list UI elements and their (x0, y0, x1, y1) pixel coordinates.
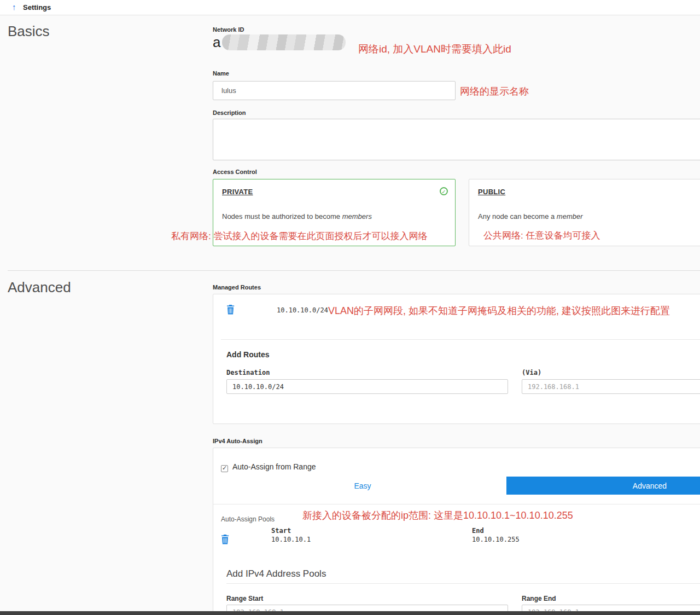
network-id-label: Network ID (213, 26, 244, 33)
basics-section-title: Basics (8, 23, 50, 40)
description-label: Description (213, 109, 246, 116)
bottom-bar (0, 611, 700, 615)
range-start-label: Range Start (226, 595, 263, 602)
managed-routes-annotation: VLAN的子网网段, 如果不知道子网掩码及相关的功能, 建议按照此图来进行配置 (328, 304, 670, 317)
up-arrow-icon[interactable]: ↑ (12, 2, 16, 11)
tabs-divider (213, 504, 700, 504)
ipv4-auto-assign-label: IPv4 Auto-Assign (213, 438, 262, 444)
auto-assign-checkbox-label: Auto-Assign from Range (232, 462, 316, 471)
via-input[interactable] (522, 379, 700, 394)
pool-start-label: Start (271, 527, 291, 535)
destination-input[interactable] (226, 379, 508, 394)
delete-route-trash-icon[interactable] (226, 305, 235, 315)
managed-routes-label: Managed Routes (213, 284, 261, 291)
range-end-label: Range End (522, 595, 556, 602)
page-title: Settings (23, 3, 51, 11)
name-input[interactable] (213, 81, 456, 100)
pool-end-value: 10.10.10.255 (472, 536, 520, 543)
access-control-label: Access Control (213, 169, 257, 175)
network-id-value: a (213, 34, 346, 51)
name-label: Name (213, 70, 229, 77)
delete-pool-trash-icon[interactable] (221, 535, 229, 544)
tab-easy[interactable]: Easy (219, 477, 506, 495)
add-routes-heading: Add Routes (226, 350, 270, 359)
section-divider (8, 270, 700, 271)
network-id-prefix: a (213, 34, 220, 50)
description-textarea[interactable] (213, 119, 700, 160)
via-label: (Via) (522, 369, 541, 376)
settings-header: ↑ Settings (0, 0, 700, 15)
add-ipv4-pools-heading: Add IPv4 Address Pools (226, 568, 326, 579)
public-card-title: PUBLIC (478, 188, 505, 196)
advanced-section-title: Advanced (8, 279, 71, 296)
private-card-annotation: 私有网络: 尝试接入的设备需要在此页面授权后才可以接入网络 (171, 230, 427, 242)
routes-divider (221, 339, 700, 340)
public-card-description: Any node can become a member (478, 212, 583, 221)
network-id-annotation: 网络id, 加入VLAN时需要填入此id (358, 42, 511, 56)
destination-label: Destination (226, 369, 270, 376)
pool-end-label: End (472, 527, 484, 535)
private-card-title: PRIVATE (222, 188, 253, 196)
pool-start-value: 10.10.10.1 (271, 536, 311, 543)
auto-assign-checkbox[interactable] (221, 465, 228, 472)
auto-assign-pools-annotation: 新接入的设备被分配的ip范围: 这里是10.10.10.1~10.10.10.2… (302, 509, 573, 522)
ipv4-auto-assign-panel: Auto-Assign from Range Easy Advanced Aut… (213, 448, 700, 615)
auto-assign-pools-label: Auto-Assign Pools (221, 515, 275, 523)
name-annotation: 网络的显示名称 (460, 85, 529, 98)
route-destination-value: 10.10.10.0/24 (277, 306, 328, 314)
tab-advanced[interactable]: Advanced (506, 477, 700, 495)
network-id-redaction (222, 34, 346, 50)
add-pools-divider (226, 583, 700, 584)
selected-check-icon (440, 187, 448, 195)
public-card-annotation: 公共网络: 任意设备均可接入 (483, 229, 600, 242)
private-card-description: Nodes must be authorized to become membe… (222, 212, 372, 221)
